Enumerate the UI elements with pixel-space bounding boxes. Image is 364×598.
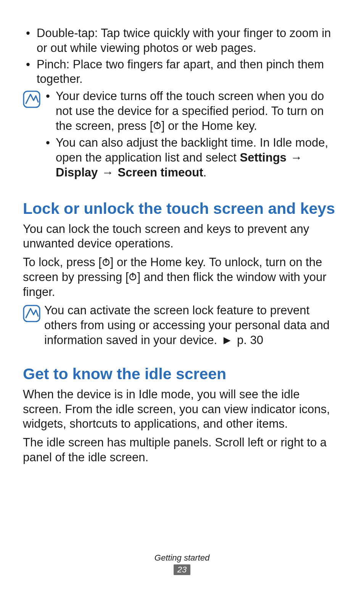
heading-lock-unlock: Lock or unlock the touch screen and keys bbox=[23, 199, 341, 218]
bullet-text: Pinch: Place two fingers far apart, and … bbox=[37, 58, 324, 86]
arrow-icon: → bbox=[290, 150, 303, 165]
page-number: 23 bbox=[174, 564, 190, 575]
page-reference: p. 30 bbox=[237, 333, 263, 347]
paragraph-lock-intro: You can lock the touch screen and keys t… bbox=[23, 222, 341, 252]
label-settings: Settings bbox=[240, 151, 287, 164]
note-sub-list: Your device turns off the touch screen w… bbox=[44, 89, 341, 180]
note-icon bbox=[23, 91, 40, 108]
paragraph-idle-intro: When the device is in Idle mode, you wil… bbox=[23, 387, 341, 432]
note-content: Your device turns off the touch screen w… bbox=[44, 89, 341, 183]
label-screen-timeout: Screen timeout bbox=[118, 166, 203, 179]
note-item-screen-off: Your device turns off the touch screen w… bbox=[44, 89, 341, 133]
page-footer: Getting started 23 bbox=[0, 553, 364, 575]
text-fragment: To lock, press [ bbox=[23, 255, 102, 269]
heading-idle-screen: Get to know the idle screen bbox=[23, 365, 341, 383]
bullet-pinch: Pinch: Place two fingers far apart, and … bbox=[23, 57, 341, 87]
paragraph-lock-howto: To lock, press [] or the Home key. To un… bbox=[23, 255, 341, 299]
label-display: Display bbox=[56, 166, 98, 179]
gesture-list: Double-tap: Tap twice quickly with your … bbox=[23, 26, 341, 87]
text-fragment: You can also adjust the backlight time. … bbox=[56, 136, 328, 164]
note-block-screen-off: Your device turns off the touch screen w… bbox=[23, 89, 341, 183]
bullet-double-tap: Double-tap: Tap twice quickly with your … bbox=[23, 26, 341, 56]
paragraph-idle-panels: The idle screen has multiple panels. Scr… bbox=[23, 435, 341, 465]
triangle-icon: ► bbox=[221, 333, 234, 348]
power-icon bbox=[102, 255, 110, 270]
note-block-screen-lock: You can activate the screen lock feature… bbox=[23, 303, 341, 347]
note-content: You can activate the screen lock feature… bbox=[44, 303, 341, 347]
footer-section-label: Getting started bbox=[0, 553, 364, 563]
bullet-text: Double-tap: Tap twice quickly with your … bbox=[37, 26, 331, 55]
note-item-backlight: You can also adjust the backlight time. … bbox=[44, 136, 341, 180]
power-icon bbox=[153, 118, 161, 133]
power-icon bbox=[129, 270, 137, 284]
arrow-icon: → bbox=[101, 165, 114, 180]
note-icon bbox=[23, 305, 40, 322]
text-fragment: You can activate the screen lock feature… bbox=[44, 304, 330, 347]
text-fragment: . bbox=[203, 166, 206, 179]
text-fragment: ] or the Home key. bbox=[161, 119, 257, 133]
page-content: Double-tap: Tap twice quickly with your … bbox=[0, 0, 364, 465]
